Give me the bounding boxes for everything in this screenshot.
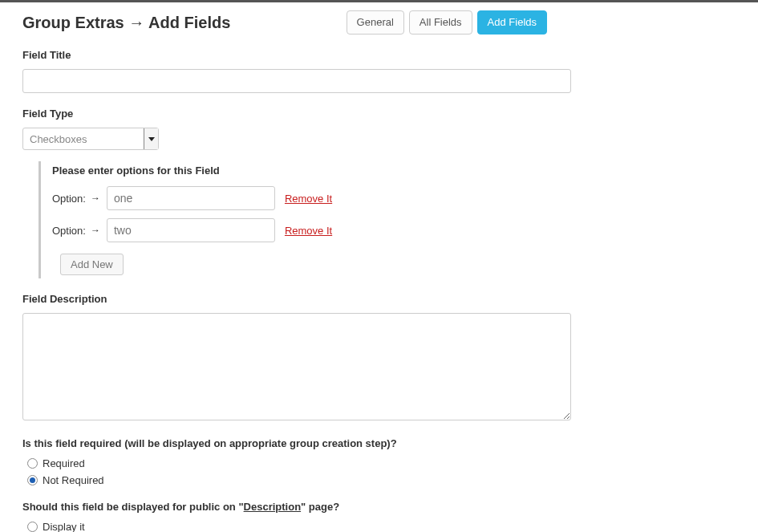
option-label: Option: [52, 225, 86, 237]
section-field-title: Field Title [22, 49, 547, 93]
add-new-option-button[interactable]: Add New [60, 254, 124, 275]
field-title-input[interactable] [22, 69, 571, 93]
radio-display-it[interactable]: Display it [27, 521, 547, 532]
radio-label: Display it [43, 521, 85, 532]
tab-all-fields[interactable]: All Fields [409, 10, 472, 35]
tab-add-fields[interactable]: Add Fields [477, 10, 547, 35]
remove-option-link[interactable]: Remove It [285, 225, 332, 237]
remove-option-link[interactable]: Remove It [285, 193, 332, 205]
required-question-label: Is this field required (will be displaye… [22, 437, 547, 449]
public-question-post: " page? [301, 501, 339, 513]
section-required: Is this field required (will be displaye… [22, 437, 547, 486]
field-options-heading: Please enter options for this Field [52, 164, 547, 177]
tabs: General All Fields Add Fields [347, 10, 547, 35]
field-description-label: Field Description [22, 293, 547, 305]
option-row: Option: → Remove It [52, 218, 547, 242]
field-type-selected: Checkboxes [30, 133, 87, 145]
tab-general[interactable]: General [347, 10, 404, 35]
option-label: Option: [52, 193, 86, 205]
public-question-pre: Should this field be displayed for publi… [22, 501, 244, 513]
header: Group Extras → Add Fields General All Fi… [22, 10, 547, 35]
radio-label: Required [43, 457, 85, 469]
option-row: Option: → Remove It [52, 186, 547, 210]
section-field-description: Field Description [22, 293, 547, 423]
field-type-label: Field Type [22, 108, 547, 120]
radio-required[interactable]: Required [27, 457, 547, 469]
arrow-right-icon: → [91, 193, 100, 204]
field-options-block: Please enter options for this Field Opti… [39, 161, 547, 278]
field-type-select[interactable]: Checkboxes [22, 128, 159, 150]
section-public-display: Should this field be displayed for publi… [22, 501, 547, 532]
radio-icon [27, 475, 38, 485]
radio-icon [27, 522, 38, 532]
section-field-type: Field Type Checkboxes Please enter optio… [22, 108, 547, 278]
field-title-label: Field Title [22, 49, 547, 61]
page-title: Group Extras → Add Fields [22, 14, 230, 32]
chevron-down-icon [144, 128, 158, 149]
field-description-textarea[interactable] [22, 313, 571, 420]
radio-not-required[interactable]: Not Required [27, 474, 547, 486]
arrow-right-icon: → [91, 225, 100, 236]
public-question-underline: Description [244, 501, 302, 513]
option-input-2[interactable] [107, 218, 275, 242]
radio-icon [27, 458, 38, 469]
option-input-1[interactable] [107, 186, 275, 210]
radio-label: Not Required [43, 474, 104, 486]
public-question-label: Should this field be displayed for publi… [22, 501, 547, 513]
